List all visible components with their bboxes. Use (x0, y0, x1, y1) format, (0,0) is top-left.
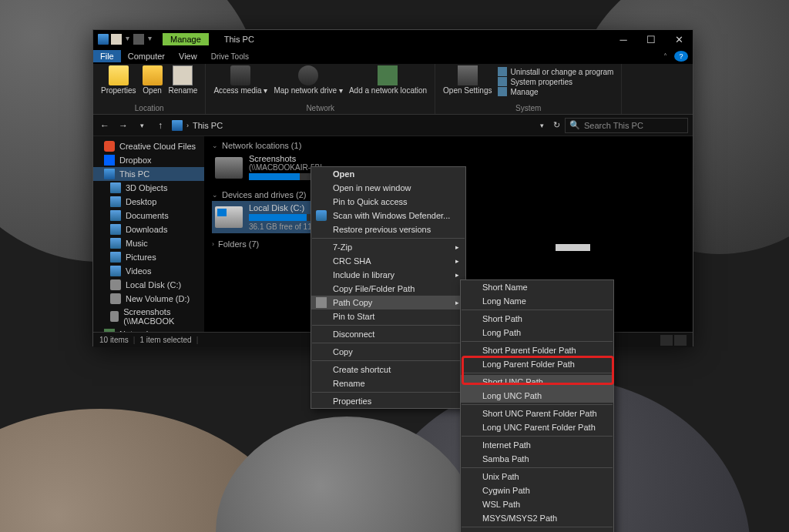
menu-item[interactable]: Open in new window (311, 181, 465, 195)
menu-item[interactable]: Short Name (461, 280, 613, 294)
refresh-button[interactable]: ↻ (553, 120, 560, 130)
menu-item[interactable]: Long UNC Parent Folder Path (461, 420, 613, 434)
manage-tab[interactable]: Manage (163, 33, 209, 45)
sidebar-item[interactable]: Screenshots (\\MACBOOK (93, 306, 204, 327)
sidebar-item[interactable]: Desktop (93, 195, 204, 209)
menu-item[interactable]: Rename (311, 376, 465, 390)
menu-item[interactable]: 7-Zip▸ (311, 240, 465, 254)
ribbon-group-network: Network (306, 104, 334, 112)
folder-icon (110, 252, 121, 263)
address-bar[interactable]: › This PC (172, 118, 530, 133)
menu-item[interactable]: Short Path (461, 312, 613, 326)
sidebar-item-label: Downloads (126, 225, 167, 234)
menu-item[interactable]: Pin to Start (311, 309, 465, 323)
maximize-button[interactable]: ☐ (637, 30, 665, 49)
manage-button[interactable]: Manage (498, 87, 613, 96)
folder-icon (104, 155, 115, 166)
menu-item[interactable]: Unix Path (461, 470, 613, 483)
folder-icon (110, 311, 119, 322)
menu-item-label: Cygwin Path (482, 486, 530, 495)
sidebar-item[interactable]: New Volume (D:) (93, 292, 204, 306)
sidebar-item[interactable]: Local Disk (C:) (93, 278, 204, 292)
menu-item[interactable]: Long Name (461, 294, 613, 308)
menu-item[interactable]: Restore previous versions (311, 223, 465, 236)
menu-item-label: Open (333, 169, 354, 179)
menu-item[interactable]: Short UNC Parent Folder Path (461, 407, 613, 420)
view-tab[interactable]: View (172, 50, 204, 62)
menu-item[interactable]: Include in library▸ (311, 268, 465, 282)
open-settings-button[interactable]: Open Settings (440, 65, 495, 98)
menu-item[interactable]: Open (311, 167, 465, 181)
menu-item[interactable]: Properties (311, 394, 465, 408)
details-view-button[interactable] (660, 335, 673, 346)
sidebar-item[interactable]: Videos (93, 264, 204, 278)
folder-icon (110, 238, 121, 249)
sidebar-item-label: This PC (119, 169, 149, 179)
sidebar-item[interactable]: Music (93, 236, 204, 250)
menu-item-label: Open in new window (333, 183, 411, 192)
menu-item[interactable]: Scan with Windows Defender... (311, 209, 465, 223)
sidebar-item[interactable]: Documents (93, 209, 204, 223)
sidebar-item-label: Screenshots (\\MACBOOK (123, 307, 204, 326)
map-network-drive-button[interactable]: Map network drive ▾ (270, 65, 345, 95)
sidebar-item[interactable]: Network (93, 327, 204, 332)
recent-dropdown-icon[interactable]: ▾ (135, 119, 149, 132)
menu-item[interactable]: Path Copy▸ (311, 296, 465, 309)
menu-item[interactable]: Samba Path (461, 452, 613, 466)
titlebar[interactable]: ▾ ▾ Manage This PC ─ ☐ ✕ (93, 30, 693, 49)
sidebar[interactable]: Creative Cloud FilesDropboxThis PC3D Obj… (93, 136, 204, 332)
menu-item[interactable]: Long UNC Path (461, 389, 613, 403)
system-properties-button[interactable]: System properties (498, 77, 613, 86)
close-button[interactable]: ✕ (665, 30, 693, 49)
computer-tab[interactable]: Computer (121, 50, 172, 62)
sidebar-item[interactable]: Creative Cloud Files (93, 139, 204, 153)
menu-item[interactable]: Create shortcut (311, 363, 465, 376)
tiles-view-button[interactable] (674, 335, 687, 346)
file-menu[interactable]: File (93, 50, 121, 62)
menu-item-label: WSL Path (482, 500, 520, 509)
folder-icon (110, 224, 121, 235)
address-dropdown-icon[interactable]: ▾ (535, 119, 549, 132)
drive-tools-tab[interactable]: Drive Tools (204, 51, 256, 62)
sys-props-icon (498, 77, 507, 86)
menu-item[interactable]: Internet Path (461, 438, 613, 452)
qat-dropdown-icon[interactable]: ▾ (148, 34, 152, 45)
menu-item[interactable]: Settings... (461, 529, 613, 532)
sidebar-item[interactable]: Downloads (93, 223, 204, 236)
menu-item[interactable]: Disconnect (311, 327, 465, 341)
qat-dropdown-icon[interactable]: ▾ (126, 34, 129, 45)
uninstall-program-button[interactable]: Uninstall or change a program (498, 67, 613, 76)
access-media-button[interactable]: Access media ▾ (210, 65, 270, 95)
help-icon[interactable]: ? (674, 51, 688, 62)
sidebar-item[interactable]: This PC (93, 167, 204, 181)
open-button[interactable]: Open (139, 65, 166, 95)
menu-item[interactable]: CRC SHA▸ (311, 254, 465, 268)
properties-button[interactable]: Properties (98, 65, 139, 95)
menu-item[interactable]: Copy (311, 345, 465, 359)
sidebar-item[interactable]: Pictures (93, 250, 204, 264)
chevron-right-icon: ▸ (455, 271, 459, 279)
menu-item[interactable]: MSYS/MSYS2 Path (461, 511, 613, 525)
search-input[interactable]: 🔍 Search This PC (565, 118, 688, 133)
ribbon-collapse-icon[interactable]: ˄ (656, 51, 674, 62)
back-button[interactable]: ← (98, 119, 112, 132)
item-count: 10 items (99, 336, 129, 344)
up-button[interactable]: ↑ (153, 119, 167, 132)
menu-item[interactable]: Pin to Quick access (311, 195, 465, 209)
menu-item[interactable]: Copy File/Folder Path (311, 282, 465, 296)
network-locations-header[interactable]: ⌄Network locations (1) (212, 139, 685, 152)
rename-button[interactable]: Rename (166, 65, 201, 95)
minimize-button[interactable]: ─ (609, 30, 637, 49)
manage-icon (498, 87, 507, 96)
sidebar-item[interactable]: 3D Objects (93, 181, 204, 195)
rename-icon (173, 65, 193, 85)
menu-item[interactable]: Long Path (461, 326, 613, 340)
add-network-location-button[interactable]: Add a network location (346, 65, 430, 95)
folder-icon (110, 196, 121, 207)
sidebar-item-label: New Volume (D:) (126, 294, 190, 303)
sidebar-item[interactable]: Dropbox (93, 153, 204, 167)
menu-item[interactable]: Cygwin Path (461, 483, 613, 497)
menu-item-label: Include in library (333, 270, 394, 279)
forward-button[interactable]: → (116, 119, 130, 132)
menu-item[interactable]: WSL Path (461, 497, 613, 511)
